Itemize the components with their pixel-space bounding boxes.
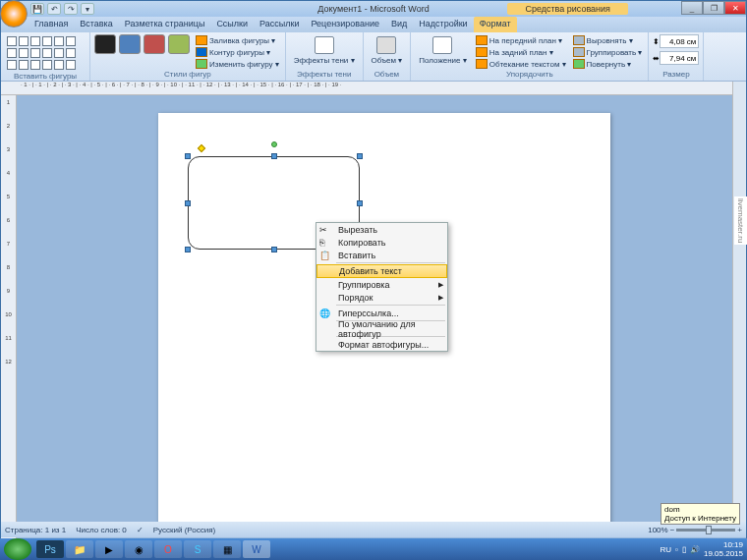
align-button[interactable]: Выровнять ▾ <box>571 34 645 46</box>
tab-home[interactable]: Главная <box>29 17 74 32</box>
horizontal-ruler[interactable]: · 1 · | · 1 · | · 2 · | · 3 · | · 4 · | … <box>1 82 746 95</box>
shadow-effects-button[interactable]: Эффекты тени ▾ <box>290 34 359 67</box>
taskbar: Ps 📁 ▶ ◉ O S ▦ W RU ▫ ▯ 🔊 10:1919.05.201… <box>0 538 747 560</box>
style-swatch-green[interactable] <box>168 34 190 54</box>
zoom-slider[interactable] <box>676 529 735 532</box>
tray-lang[interactable]: RU <box>661 545 672 554</box>
tab-addins[interactable]: Надстройки <box>413 17 473 32</box>
cut-icon: ✂ <box>319 225 331 235</box>
save-icon[interactable]: 💾 <box>30 3 44 15</box>
start-button[interactable] <box>4 538 31 560</box>
style-swatch-red[interactable] <box>144 34 165 54</box>
group-insert-shapes: Вставить фигуры <box>1 32 90 81</box>
status-bar: Страница: 1 из 1 Число слов: 0 ✓ Русский… <box>1 522 746 537</box>
tray-flag-icon[interactable]: ▫ <box>675 545 678 554</box>
width-input[interactable] <box>660 51 699 65</box>
document-title: Документ1 - Microsoft Word <box>317 4 429 14</box>
cube-icon <box>376 36 396 54</box>
position-icon <box>432 36 452 54</box>
group-label: Стили фигур <box>94 70 281 79</box>
taskbar-explorer[interactable]: 📁 <box>66 540 93 558</box>
vertical-ruler[interactable]: 123456789101112 <box>1 95 17 539</box>
send-back-button[interactable]: На задний план ▾ <box>474 46 568 58</box>
tab-layout[interactable]: Разметка страницы <box>119 17 211 32</box>
resize-handle-bm[interactable] <box>271 247 277 252</box>
shadow-icon <box>315 36 334 54</box>
style-swatch-black[interactable] <box>94 34 116 54</box>
height-input[interactable] <box>660 34 699 48</box>
resize-handle-tl[interactable] <box>185 153 191 159</box>
taskbar-app[interactable]: ▦ <box>213 540 241 558</box>
close-button[interactable]: ✕ <box>724 1 746 15</box>
3d-effects-button[interactable]: Объем ▾ <box>368 34 407 67</box>
group-shape-styles: Заливка фигуры ▾ Контур фигуры ▾ Изменит… <box>90 32 286 81</box>
tray-network-icon[interactable]: ▯ <box>682 545 686 554</box>
text-wrap-button[interactable]: Обтекание текстом ▾ <box>474 58 568 70</box>
ctx-add-text[interactable]: Добавить текст <box>316 264 447 278</box>
zoom-thumb[interactable] <box>706 526 712 534</box>
change-shape-button[interactable]: Изменить фигуру ▾ <box>194 58 281 70</box>
redo-icon[interactable]: ↷ <box>64 3 78 15</box>
resize-handle-bl[interactable] <box>185 247 191 252</box>
taskbar-photoshop[interactable]: Ps <box>36 540 64 558</box>
rotate-button[interactable]: Повернуть ▾ <box>571 58 645 70</box>
maximize-button[interactable]: ❐ <box>703 1 724 15</box>
taskbar-opera[interactable]: O <box>154 540 182 558</box>
group-label: Вставить фигуры <box>5 72 86 81</box>
taskbar-word[interactable]: W <box>243 540 270 558</box>
ctx-set-default[interactable]: По умолчанию для автофигур <box>316 322 447 335</box>
ribbon: Вставить фигуры Заливка фигуры ▾ Контур … <box>1 32 746 82</box>
ctx-order[interactable]: Порядок▶ <box>316 291 447 304</box>
taskbar-skype[interactable]: S <box>184 540 211 558</box>
rotation-handle[interactable] <box>271 141 277 147</box>
tray-volume-icon[interactable]: 🔊 <box>690 545 700 554</box>
ctx-paste[interactable]: 📋Вставить <box>316 249 447 261</box>
language-indicator[interactable]: Русский (Россия) <box>153 526 215 534</box>
taskbar-chrome[interactable]: ◉ <box>125 540 152 558</box>
qat-more-icon[interactable]: ▾ <box>81 3 94 15</box>
ctx-hyperlink[interactable]: 🌐Гиперссылка... <box>316 307 447 319</box>
resize-handle-ml[interactable] <box>185 200 191 206</box>
copy-icon: ⎘ <box>319 238 331 248</box>
taskbar-media[interactable]: ▶ <box>95 540 123 558</box>
bring-front-button[interactable]: На передний план ▾ <box>474 34 568 46</box>
tab-format[interactable]: Формат <box>474 17 517 32</box>
resize-handle-tm[interactable] <box>271 153 277 159</box>
vertical-scrollbar[interactable] <box>732 82 746 526</box>
tab-view[interactable]: Вид <box>385 17 413 32</box>
ctx-grouping[interactable]: Группировка▶ <box>316 278 447 291</box>
shape-fill-button[interactable]: Заливка фигуры ▾ <box>194 34 281 46</box>
shape-outline-button[interactable]: Контур фигуры ▾ <box>194 46 281 58</box>
tab-references[interactable]: Ссылки <box>210 17 254 32</box>
position-button[interactable]: Положение ▾ <box>415 34 471 70</box>
minimize-button[interactable]: _ <box>681 1 703 15</box>
zoom-out[interactable]: − <box>670 526 675 534</box>
ctx-format-autoshape[interactable]: Формат автофигуры... <box>316 338 447 351</box>
front-icon <box>476 35 488 45</box>
tray-clock[interactable]: 10:1919.05.2015 <box>704 540 743 558</box>
word-count[interactable]: Число слов: 0 <box>76 526 127 534</box>
group-button[interactable]: Группировать ▾ <box>571 46 645 58</box>
contextual-tab-title: Средства рисования <box>507 3 628 15</box>
change-icon <box>196 59 207 69</box>
tab-mailings[interactable]: Рассылки <box>254 17 305 32</box>
tab-insert[interactable]: Вставка <box>74 17 118 32</box>
undo-icon[interactable]: ↶ <box>47 3 61 15</box>
tab-review[interactable]: Рецензирование <box>305 17 385 32</box>
shapes-gallery[interactable] <box>5 34 86 72</box>
ctx-cut[interactable]: ✂Вырезать <box>316 223 447 236</box>
adjustment-handle[interactable] <box>198 144 205 152</box>
submenu-arrow-icon: ▶ <box>438 281 443 289</box>
style-swatch-blue[interactable] <box>119 34 141 54</box>
resize-handle-mr[interactable] <box>357 200 363 206</box>
zoom-level[interactable]: 100% <box>648 526 667 534</box>
spell-check-icon[interactable]: ✓ <box>137 526 144 534</box>
ctx-copy[interactable]: ⎘Копировать <box>316 236 447 249</box>
zoom-in[interactable]: + <box>737 526 742 534</box>
separator <box>336 262 445 263</box>
page-indicator[interactable]: Страница: 1 из 1 <box>5 526 66 534</box>
watermark: livemaster.ru <box>734 196 747 245</box>
resize-handle-tr[interactable] <box>357 153 363 159</box>
office-button[interactable] <box>0 0 28 28</box>
align-icon <box>573 35 585 45</box>
